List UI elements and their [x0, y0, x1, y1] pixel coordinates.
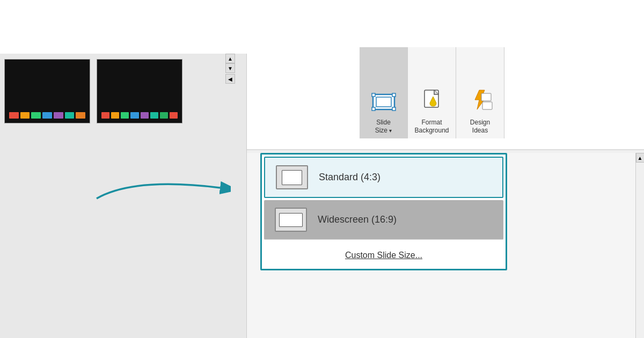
slide-size-button[interactable]: SlideSize ▾: [360, 47, 408, 138]
color-bar: [54, 112, 63, 119]
color-bar: [9, 112, 19, 119]
svg-rect-5: [392, 107, 396, 111]
ribbon-tools: SlideSize ▾ FormatBackground: [360, 47, 504, 144]
widescreen-slide-inner: [279, 213, 303, 227]
svg-rect-1: [376, 97, 391, 107]
slide-size-label: SlideSize ▾: [375, 119, 392, 135]
scroll-collapse-button[interactable]: ◀: [225, 74, 235, 84]
color-bar: [160, 112, 168, 119]
slide1-color-bars: [9, 112, 85, 119]
standard-slide-inner: [282, 170, 302, 185]
color-bar: [31, 112, 41, 119]
color-bar: [76, 112, 85, 119]
color-bar: [42, 112, 52, 119]
arrow-pointer: [80, 166, 231, 211]
widescreen-slide-icon: [275, 208, 307, 232]
slide-size-dropdown: Standard (4:3) Widescreen (16:9) Custom …: [260, 153, 507, 270]
svg-rect-8: [482, 102, 492, 109]
format-background-label: FormatBackground: [414, 119, 449, 135]
color-bar: [170, 112, 178, 119]
slide-thumbnail-1[interactable]: [4, 59, 90, 123]
color-bar: [150, 112, 158, 119]
color-bar: [101, 112, 109, 119]
standard-slide-icon: [276, 165, 308, 189]
svg-rect-7: [481, 93, 491, 101]
color-bar: [121, 112, 129, 119]
custom-slide-size-option[interactable]: Custom Slide Size...: [262, 242, 506, 269]
scroll-up-arrow[interactable]: ▲: [225, 54, 235, 63]
svg-rect-2: [372, 93, 375, 97]
color-bar: [141, 112, 149, 119]
right-scroll-up[interactable]: ▲: [636, 153, 645, 163]
standard-size-label: Standard (4:3): [319, 172, 380, 183]
slide-size-icon: [371, 92, 397, 116]
standard-size-option[interactable]: Standard (4:3): [264, 157, 503, 198]
design-ideas-label: DesignIdeas: [470, 119, 490, 135]
format-background-button[interactable]: FormatBackground: [408, 47, 456, 138]
widescreen-size-option[interactable]: Widescreen (16:9): [264, 200, 503, 240]
widescreen-size-label: Widescreen (16:9): [318, 214, 397, 225]
color-bar: [20, 112, 30, 119]
color-bar: [130, 112, 138, 119]
custom-slide-size-label: Custom Slide Size...: [345, 251, 422, 260]
design-ideas-icon: [467, 88, 493, 116]
slide-thumbnail-2[interactable]: [97, 59, 182, 123]
color-bar: [65, 112, 75, 119]
color-bar: [111, 112, 119, 119]
svg-rect-3: [392, 93, 396, 97]
svg-rect-4: [372, 107, 375, 111]
design-ideas-button[interactable]: DesignIdeas: [456, 47, 504, 138]
slide2-color-bars: [101, 112, 178, 119]
format-background-icon: [420, 88, 444, 116]
right-scrollbar: ▲: [635, 153, 644, 338]
scroll-down-arrow[interactable]: ▼: [225, 63, 235, 73]
